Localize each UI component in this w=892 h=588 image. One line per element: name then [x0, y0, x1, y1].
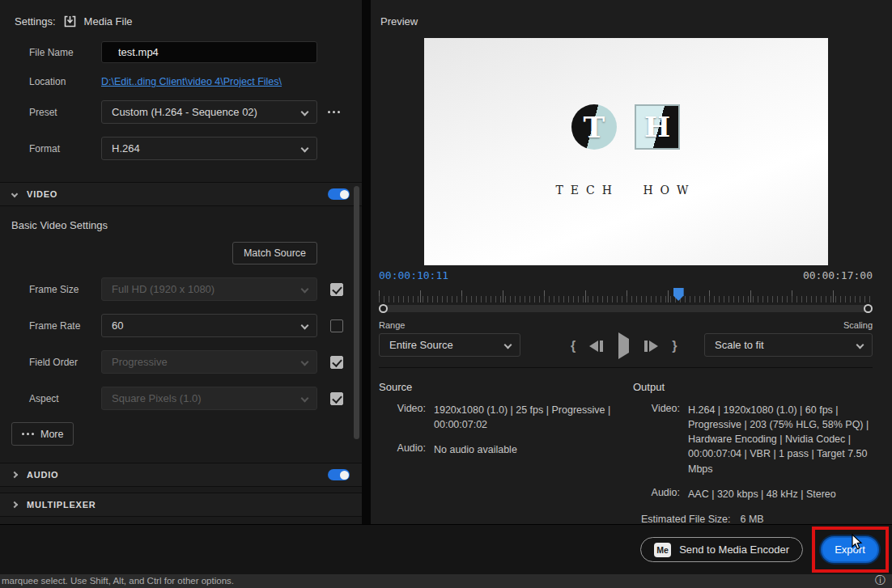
- multiplexer-section-header[interactable]: MULTIPLEXER: [0, 493, 362, 517]
- format-select[interactable]: H.264: [101, 137, 317, 160]
- panel-divider: [362, 0, 371, 524]
- set-in-point-button[interactable]: {: [571, 340, 576, 353]
- video-preview-frame: T H TECH HOW: [424, 38, 828, 265]
- preset-more-button[interactable]: [328, 111, 340, 113]
- frame-rate-row: Frame Rate 60: [0, 314, 362, 337]
- preset-label: Preset: [0, 107, 101, 118]
- chevron-down-icon: [301, 358, 309, 366]
- range-select[interactable]: Entire Source: [379, 333, 520, 357]
- chevron-down-icon: [504, 341, 512, 349]
- preset-select[interactable]: Custom (H.264 - Sequence 02): [101, 100, 317, 124]
- aspect-label: Aspect: [0, 393, 101, 404]
- source-video-label: Video:: [387, 403, 426, 432]
- range-label: Range: [379, 320, 520, 330]
- send-to-media-encoder-button[interactable]: Me Send to Media Encoder: [640, 537, 803, 562]
- play-button[interactable]: [618, 339, 629, 353]
- match-source-row: Match Source: [0, 242, 362, 264]
- aspect-select[interactable]: Square Pixels (1.0): [101, 387, 317, 410]
- range-track[interactable]: [380, 305, 871, 312]
- audio-section-title: AUDIO: [27, 470, 58, 480]
- format-label: Format: [0, 143, 101, 154]
- set-out-point-button[interactable]: }: [672, 340, 677, 353]
- logo-t-mark: T: [571, 104, 617, 150]
- estimated-file-size-row: Estimated File Size: 6 MB: [633, 514, 873, 525]
- frame-rate-value: 60: [112, 319, 123, 332]
- settings-title: Settings:: [15, 15, 56, 27]
- file-name-row: File Name: [0, 41, 362, 63]
- ellipsis-icon: [22, 433, 34, 435]
- chevron-right-icon: [11, 472, 18, 478]
- send-button-label: Send to Media Encoder: [679, 544, 789, 556]
- export-dialog: Settings: Media File File Name Location …: [0, 0, 892, 588]
- file-size-value: 6 MB: [740, 514, 763, 525]
- video-section-header[interactable]: VIDEO: [0, 182, 362, 206]
- video-toggle[interactable]: [328, 188, 350, 200]
- output-audio-value: AAC | 320 kbps | 48 kHz | Stereo: [688, 487, 873, 501]
- multiplexer-section-title: MULTIPLEXER: [27, 500, 96, 510]
- frame-size-value: Full HD (1920 x 1080): [112, 283, 215, 295]
- audio-section-header[interactable]: AUDIO: [0, 463, 362, 487]
- chevron-right-icon: [11, 501, 18, 508]
- action-bar: Me Send to Media Encoder Export: [0, 524, 892, 574]
- chevron-down-icon: [301, 286, 309, 294]
- output-video-label: Video:: [641, 403, 680, 476]
- step-back-button[interactable]: [589, 341, 603, 352]
- source-block: Source Video: 1920x1080 (1.0) | 25 fps |…: [379, 381, 633, 525]
- duration-timecode: 00:00:17:00: [803, 269, 873, 281]
- frame-rate-select[interactable]: 60: [101, 314, 317, 337]
- settings-scrollbar[interactable]: [354, 186, 359, 439]
- chevron-down-icon: [301, 108, 309, 116]
- more-button[interactable]: More: [11, 422, 74, 446]
- transport-controls: { }: [571, 335, 677, 357]
- range-group: Range Entire Source: [379, 320, 520, 357]
- audio-toggle[interactable]: [328, 469, 350, 480]
- field-order-select[interactable]: Progressive: [101, 350, 317, 374]
- match-source-button[interactable]: Match Source: [232, 242, 317, 264]
- frame-size-select[interactable]: Full HD (1920 x 1080): [101, 277, 317, 301]
- video-section-title: VIDEO: [27, 189, 57, 199]
- preview-panel: Preview T H TECH HOW 00:00:10:11 00:00:1…: [371, 0, 892, 524]
- range-bar: [379, 303, 873, 314]
- status-bar: marquee select. Use Shift, Alt, and Ctrl…: [0, 574, 892, 588]
- current-timecode: 00:00:10:11: [379, 269, 448, 281]
- frame-rate-checkbox[interactable]: [330, 319, 343, 332]
- file-name-input[interactable]: [101, 41, 317, 63]
- chevron-down-icon: [301, 395, 309, 403]
- source-title: Source: [379, 381, 633, 393]
- scaling-label: Scaling: [843, 320, 873, 330]
- media-encoder-icon: Me: [654, 543, 671, 557]
- scaling-value: Scale to fit: [715, 339, 764, 351]
- chevron-down-icon: [301, 322, 309, 330]
- aspect-row: Aspect Square Pixels (1.0): [0, 387, 362, 410]
- output-title: Output: [633, 381, 873, 393]
- field-order-value: Progressive: [112, 356, 168, 368]
- aspect-checkbox[interactable]: [330, 392, 343, 405]
- format-value: H.264: [112, 142, 140, 154]
- frame-size-label: Frame Size: [0, 284, 101, 295]
- out-point-handle[interactable]: [864, 304, 873, 313]
- info-icon[interactable]: ⓘ: [875, 574, 886, 588]
- basic-video-settings-title: Basic Video Settings: [11, 219, 362, 231]
- chevron-down-icon: [11, 191, 18, 197]
- in-point-handle[interactable]: [379, 304, 388, 313]
- step-forward-button[interactable]: [644, 341, 658, 352]
- more-button-label: More: [40, 429, 63, 440]
- field-order-row: Field Order Progressive: [0, 350, 362, 374]
- export-button[interactable]: Export: [821, 536, 879, 563]
- settings-panel: Settings: Media File File Name Location …: [0, 0, 362, 524]
- output-block: Output Video: H.264 | 1920x1080 (1.0) | …: [633, 381, 873, 525]
- source-audio-label: Audio:: [387, 442, 426, 457]
- timeline-ruler[interactable]: [379, 289, 873, 302]
- source-output-section: Source Video: 1920x1080 (1.0) | 25 fps |…: [379, 367, 873, 525]
- preview-controls-row: Range Entire Source { } Scaling Scale to…: [379, 320, 873, 357]
- location-link[interactable]: D:\Edit..ding Client\video 4\Project Fil…: [101, 76, 282, 87]
- field-order-checkbox[interactable]: [330, 356, 343, 369]
- playhead[interactable]: [673, 288, 684, 301]
- output-video-value: H.264 | 1920x1080 (1.0) | 60 fps | Progr…: [688, 403, 873, 476]
- field-order-label: Field Order: [0, 357, 101, 368]
- scaling-select[interactable]: Scale to fit: [704, 333, 873, 357]
- source-video-value: 1920x1080 (1.0) | 25 fps | Progressive |…: [434, 403, 633, 432]
- settings-header: Settings: Media File: [0, 0, 362, 28]
- logo-caption: TECH HOW: [555, 184, 695, 197]
- frame-size-checkbox[interactable]: [330, 283, 343, 296]
